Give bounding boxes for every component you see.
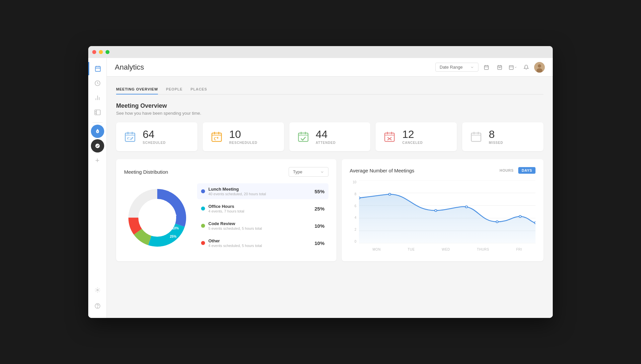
stat-number-canceled: 12 — [402, 129, 423, 140]
stat-card-missed: 8 Missed — [462, 122, 543, 151]
legend-pct-code: 10% — [315, 223, 324, 229]
legend-text-office: Office Hours 4 events, 7 hours total — [208, 204, 315, 213]
distribution-header: Meeting Distribution Type — [124, 167, 328, 177]
stat-label-rescheduled: Rescheduled — [229, 141, 257, 145]
calendar-view3-button[interactable] — [508, 62, 518, 73]
chart-area: 55% 10% 10% 25% — [124, 183, 328, 252]
svg-point-73 — [465, 206, 467, 208]
stat-label-canceled: Canceled — [402, 141, 423, 145]
tabs: Meeting Overview People Places — [116, 85, 543, 94]
legend-name-other: Other — [208, 238, 315, 243]
tab-places[interactable]: Places — [190, 85, 207, 94]
svg-rect-44 — [385, 133, 394, 141]
bottom-row: Meeting Distribution Type — [116, 159, 543, 261]
stat-card-attended: 44 Attended — [289, 122, 371, 151]
stat-info-missed: 8 Missed — [489, 129, 503, 145]
chart-svg-area — [359, 180, 535, 243]
legend-sub-other: 4 events scheduled, 5 hours total — [208, 244, 315, 248]
legend-text-lunch: Lunch Meeting 40 events scheduled, 20 ho… — [208, 187, 315, 196]
sidebar-item-contacts[interactable] — [91, 106, 104, 119]
type-dropdown[interactable]: Type — [289, 167, 328, 177]
legend-item-code[interactable]: Code Review 5 events scheduled, 5 hours … — [197, 218, 328, 234]
svg-point-15 — [97, 307, 98, 308]
section-header: Meeting Overview See how you have been s… — [116, 102, 543, 116]
sidebar: + — [88, 58, 107, 318]
date-range-label: Date Range — [440, 65, 470, 70]
svg-point-13 — [97, 289, 98, 291]
stat-info-attended: 44 Attended — [316, 129, 336, 145]
stat-number-rescheduled: 10 — [229, 129, 257, 140]
svg-rect-50 — [471, 133, 481, 141]
stat-info-scheduled: 64 Scheduled — [143, 129, 166, 145]
tab-people[interactable]: People — [166, 85, 182, 94]
line-chart: 10 8 6 4 2 0 — [350, 180, 535, 253]
svg-point-12 — [97, 131, 98, 132]
type-label: Type — [293, 169, 318, 174]
legend-name-code: Code Review — [208, 221, 315, 226]
stat-number-scheduled: 64 — [143, 129, 166, 140]
titlebar — [88, 46, 553, 58]
legend-pct-other: 10% — [315, 240, 324, 246]
svg-rect-36 — [212, 133, 221, 141]
calendar-view1-button[interactable] — [481, 62, 492, 73]
stats-row: 64 Scheduled — [116, 122, 543, 151]
calendar-view2-button[interactable] — [494, 62, 505, 73]
donut-chart: 55% 10% 10% 25% — [124, 185, 190, 251]
stat-info-canceled: 12 Canceled — [402, 129, 423, 145]
attended-icon — [296, 130, 311, 144]
svg-rect-16 — [484, 65, 488, 69]
legend-sub-code: 5 events scheduled, 5 hours total — [208, 226, 315, 230]
sidebar-item-rocket[interactable] — [91, 125, 104, 138]
legend-dot-lunch — [201, 189, 205, 193]
app-window: + Analytics — [88, 46, 553, 318]
stat-card-canceled: 12 Canceled — [376, 122, 457, 151]
notification-button[interactable] — [521, 62, 532, 73]
sidebar-item-calendar[interactable] — [88, 62, 107, 75]
legend-text-code: Code Review 5 events scheduled, 5 hours … — [208, 221, 315, 230]
distribution-title: Meeting Distribution — [124, 169, 168, 175]
legend-item-office[interactable]: Office Hours 4 events, 7 hours total 25% — [197, 201, 328, 216]
legend-pct-lunch: 55% — [315, 189, 324, 194]
sidebar-item-add[interactable]: + — [91, 154, 104, 167]
avg-meetings-header: Average Number of Meetings HOURS DAYS — [350, 167, 535, 174]
legend-item-lunch[interactable]: Lunch Meeting 40 events scheduled, 20 ho… — [197, 183, 328, 199]
rescheduled-icon — [209, 130, 224, 144]
svg-point-72 — [435, 210, 437, 212]
legend-sub-office: 4 events, 7 hours total — [208, 209, 315, 213]
sidebar-item-help[interactable] — [91, 299, 104, 313]
toggle-hours[interactable]: HOURS — [496, 167, 517, 174]
legend-sub-lunch: 40 events scheduled, 20 hours total — [208, 192, 315, 196]
svg-text:10%: 10% — [170, 213, 177, 217]
date-range-dropdown[interactable]: Date Range — [435, 63, 478, 72]
svg-rect-8 — [95, 110, 100, 115]
sidebar-item-clock[interactable] — [91, 77, 104, 90]
sidebar-item-chart[interactable] — [91, 91, 104, 104]
header-controls: Date Range — [435, 62, 545, 73]
header: Analytics Date Range — [107, 58, 553, 77]
sidebar-item-brand[interactable] — [91, 139, 104, 152]
legend-dot-office — [201, 207, 205, 211]
svg-rect-30 — [125, 133, 135, 141]
toggle-days[interactable]: DAYS — [518, 167, 535, 174]
avg-meetings-panel: Average Number of Meetings HOURS DAYS 10… — [342, 159, 543, 261]
user-avatar[interactable] — [534, 62, 545, 73]
stat-card-scheduled: 64 Scheduled — [116, 122, 197, 151]
legend-text-other: Other 4 events scheduled, 5 hours total — [208, 238, 315, 248]
legend-pct-office: 25% — [315, 206, 324, 212]
minimize-button[interactable] — [99, 50, 103, 54]
maximize-button[interactable] — [106, 50, 109, 54]
page-title: Analytics — [115, 63, 435, 72]
svg-point-28 — [538, 64, 541, 68]
svg-text:25%: 25% — [170, 235, 177, 238]
legend: Lunch Meeting 40 events scheduled, 20 ho… — [197, 183, 328, 252]
chevron-down-icon — [320, 170, 324, 174]
sidebar-item-settings[interactable] — [91, 283, 104, 297]
legend-item-other[interactable]: Other 4 events scheduled, 5 hours total … — [197, 235, 328, 251]
chart-toggle: HOURS DAYS — [496, 167, 535, 174]
tab-meeting-overview[interactable]: Meeting Overview — [116, 85, 158, 94]
legend-dot-other — [201, 241, 205, 245]
stat-label-scheduled: Scheduled — [143, 141, 166, 145]
close-button[interactable] — [92, 50, 96, 54]
stat-number-missed: 8 — [489, 129, 503, 140]
svg-point-76 — [534, 222, 535, 224]
